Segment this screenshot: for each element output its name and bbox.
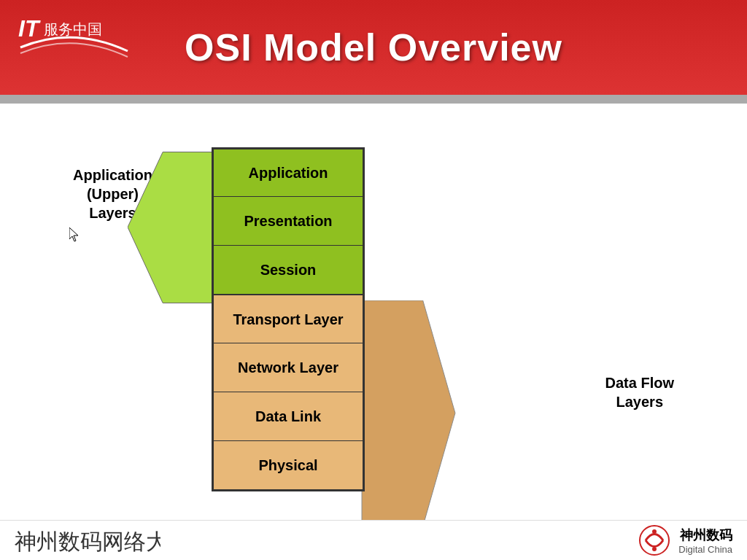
footer-left-brand: 神州数码网络大学	[15, 524, 160, 557]
layer-application: Application	[212, 147, 365, 198]
svg-point-7	[652, 529, 657, 534]
cursor-indicator	[69, 228, 81, 242]
footer-brand-cn: 神州数码	[678, 526, 732, 544]
tan-pentagon-shape	[361, 300, 456, 526]
footer: 神州数码网络大学 神州数码 Digital China	[0, 520, 747, 560]
logo: IT 服务中国	[15, 11, 131, 62]
gray-bar	[0, 95, 747, 104]
footer-logo-mark	[638, 524, 671, 557]
layer-presentation: Presentation	[212, 196, 365, 247]
header: IT 服务中国 OSI Model Overview	[0, 0, 747, 95]
svg-marker-2	[69, 228, 78, 241]
page-title: OSI Model Overview	[185, 26, 562, 69]
layer-network: Network Layer	[212, 343, 365, 394]
svg-marker-3	[128, 152, 222, 303]
green-pentagon-shape	[128, 147, 222, 308]
footer-logo-svg: 神州数码网络大学	[15, 524, 160, 554]
dataflow-layers-label: Data Flow Layers	[605, 373, 674, 411]
layer-physical: Physical	[212, 440, 365, 491]
layer-session: Session	[212, 245, 365, 296]
main-content: Application (Upper) Layers Data Flow Lay…	[0, 104, 747, 560]
svg-text:神州数码网络大学: 神州数码网络大学	[15, 529, 160, 553]
layer-datalink: Data Link	[212, 392, 365, 443]
layers-stack: Application Presentation Session Transpo…	[212, 147, 365, 489]
svg-text:服务中国: 服务中国	[44, 21, 102, 37]
layer-transport: Transport Layer	[212, 294, 365, 345]
footer-brand-en: Digital China	[678, 544, 732, 555]
logo-svg: IT 服务中国	[15, 11, 131, 62]
svg-marker-4	[362, 300, 455, 526]
svg-text:IT: IT	[18, 15, 41, 42]
footer-right-brand: 神州数码 Digital China	[638, 524, 732, 557]
svg-point-8	[652, 547, 657, 551]
